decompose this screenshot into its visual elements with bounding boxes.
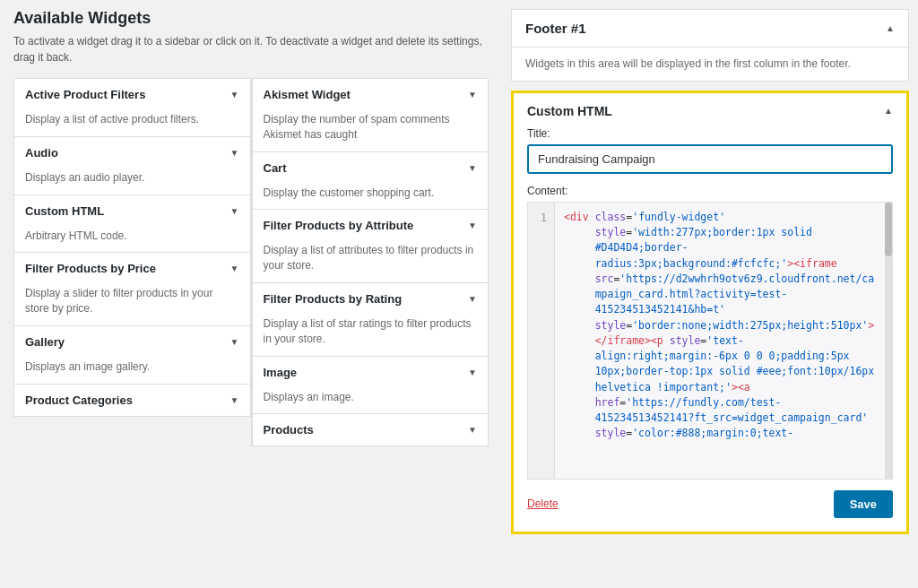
list-item: Filter Products by Attribute Display a l… — [252, 209, 489, 282]
list-item: Products — [252, 413, 489, 446]
custom-html-widget-header[interactable]: Custom HTML — [514, 93, 906, 127]
widget-item-header[interactable]: Products — [253, 414, 489, 445]
widget-item-header[interactable]: Filter Products by Price — [14, 253, 250, 284]
custom-html-body: Title: Content: 1 <div class='fundly-wid… — [514, 127, 906, 532]
delete-link[interactable]: Delete — [527, 497, 559, 510]
title-label: Title: — [527, 127, 893, 140]
chevron-down-icon — [468, 220, 477, 230]
widget-item-header[interactable]: Filter Products by Rating — [253, 283, 489, 315]
widget-item-header[interactable]: Filter Products by Attribute — [253, 210, 489, 241]
code-textarea[interactable]: <div class='fundly-widget' style='width:… — [555, 203, 885, 479]
scrollbar-track[interactable] — [885, 203, 892, 479]
list-item: Image Displays an image. — [252, 356, 489, 414]
scrollbar-thumb[interactable] — [885, 203, 892, 256]
widget-item-header[interactable]: Akismet Widget — [253, 79, 489, 110]
chevron-down-icon — [230, 206, 239, 216]
chevron-down-icon — [468, 90, 477, 99]
list-item: Custom HTML Arbitrary HTML code. — [13, 195, 251, 253]
widget-item-header[interactable]: Cart — [253, 152, 489, 184]
widget-item-header[interactable]: Active Product Filters — [14, 79, 250, 110]
widget-columns: Active Product Filters Display a list of… — [13, 78, 489, 446]
widget-col-2: Akismet Widget Display the number of spa… — [251, 78, 489, 446]
right-panel: Footer #1 Widgets in this area will be d… — [502, 0, 918, 588]
list-item: Filter Products by Price Display a slide… — [13, 252, 251, 325]
widget-item-header[interactable]: Image — [253, 357, 489, 388]
custom-html-widget: Custom HTML Title: Content: 1 <div class… — [511, 91, 909, 534]
footer-header: Footer #1 — [512, 10, 908, 48]
widget-item-header[interactable]: Product Categories — [14, 385, 250, 416]
line-numbers: 1 — [528, 203, 555, 479]
chevron-down-icon — [468, 425, 477, 435]
available-widgets-title: Available Widgets — [13, 9, 489, 28]
content-label: Content: — [527, 185, 893, 197]
footer-description: Widgets in this area will be displayed i… — [512, 48, 908, 81]
title-input[interactable] — [527, 144, 893, 174]
widget-item-header[interactable]: Custom HTML — [14, 195, 250, 227]
chevron-down-icon — [230, 264, 239, 273]
list-item: Akismet Widget Display the number of spa… — [252, 78, 489, 151]
list-item: Cart Display the customer shopping cart. — [252, 151, 489, 210]
list-item: Audio Displays an audio player. — [13, 136, 251, 195]
chevron-down-icon — [468, 294, 477, 304]
code-editor: 1 <div class='fundly-widget' style='widt… — [527, 202, 893, 480]
chevron-up-icon[interactable] — [886, 23, 895, 33]
available-widgets-panel: Available Widgets To activate a widget d… — [0, 0, 502, 588]
chevron-down-icon — [230, 395, 239, 405]
widget-footer-actions: Delete Save — [527, 490, 893, 518]
list-item: Gallery Displays an image gallery. — [13, 325, 251, 384]
chevron-down-icon — [230, 148, 239, 158]
chevron-down-icon — [230, 337, 239, 347]
list-item: Active Product Filters Display a list of… — [13, 78, 251, 136]
widget-col-1: Active Product Filters Display a list of… — [13, 78, 251, 446]
footer-title: Footer #1 — [525, 21, 586, 36]
chevron-down-icon — [468, 163, 477, 173]
widget-item-header[interactable]: Audio — [14, 137, 250, 169]
list-item: Filter Products by Rating Display a list… — [252, 282, 489, 356]
available-widgets-intro: To activate a widget drag it to a sideba… — [13, 33, 489, 65]
footer-section: Footer #1 Widgets in this area will be d… — [511, 9, 909, 82]
save-button[interactable]: Save — [834, 490, 893, 518]
list-item: Product Categories — [13, 384, 251, 417]
chevron-down-icon — [468, 368, 477, 377]
chevron-down-icon — [230, 90, 239, 99]
widget-item-header[interactable]: Gallery — [14, 326, 250, 358]
chevron-up-icon[interactable] — [884, 106, 893, 116]
custom-html-widget-title: Custom HTML — [527, 104, 612, 118]
